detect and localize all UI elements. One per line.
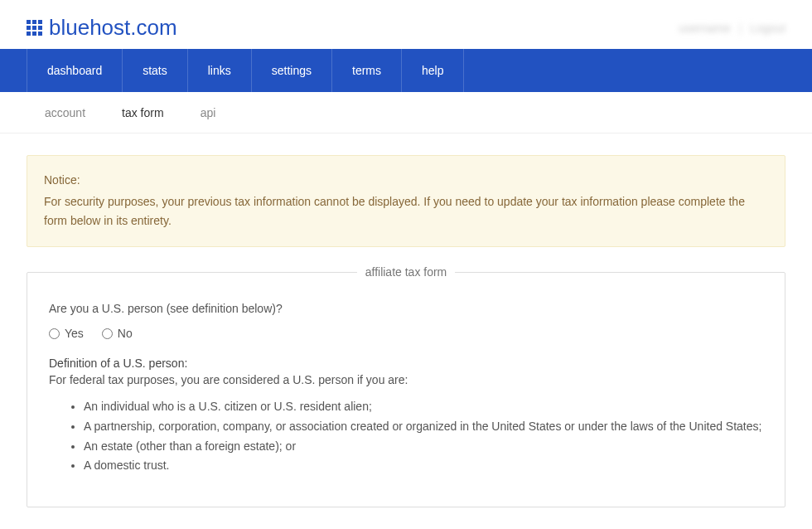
sub-nav: account tax form api bbox=[0, 92, 812, 133]
list-item: A partnership, corporation, company, or … bbox=[84, 418, 763, 436]
definition-list: An individual who is a U.S. citizen or U… bbox=[49, 398, 763, 475]
divider: | bbox=[739, 22, 742, 35]
logo[interactable]: bluehost.com bbox=[27, 15, 177, 41]
definition-title: Definition of a U.S. person: bbox=[49, 357, 763, 370]
logo-icon bbox=[27, 20, 42, 36]
notice-title: Notice: bbox=[44, 171, 768, 189]
radio-no[interactable] bbox=[102, 328, 113, 339]
header: bluehost.com username | Logout bbox=[0, 0, 812, 49]
nav-stats[interactable]: stats bbox=[123, 49, 188, 92]
header-username[interactable]: username bbox=[679, 22, 730, 35]
list-item: An estate (other than a foreign estate);… bbox=[84, 438, 763, 456]
list-item: A domestic trust. bbox=[84, 457, 763, 475]
radio-yes-group[interactable]: Yes bbox=[49, 327, 84, 340]
nav-terms[interactable]: terms bbox=[332, 49, 402, 92]
radio-no-group[interactable]: No bbox=[102, 327, 133, 340]
radio-yes-label: Yes bbox=[65, 327, 84, 340]
tax-form-fieldset: affiliate tax form Are you a U.S. person… bbox=[27, 265, 785, 507]
nav-settings[interactable]: settings bbox=[252, 49, 332, 92]
definition-intro: For federal tax purposes, you are consid… bbox=[49, 373, 763, 386]
content: Notice: For security purposes, your prev… bbox=[0, 133, 812, 529]
logo-text: bluehost.com bbox=[49, 15, 177, 41]
nav-links[interactable]: links bbox=[188, 49, 252, 92]
form-legend: affiliate tax form bbox=[357, 265, 456, 279]
notice-body: For security purposes, your previous tax… bbox=[44, 192, 768, 230]
nav-dashboard[interactable]: dashboard bbox=[27, 49, 123, 92]
primary-nav: dashboard stats links settings terms hel… bbox=[0, 49, 812, 92]
us-person-radios: Yes No bbox=[49, 327, 763, 340]
radio-no-label: No bbox=[118, 327, 133, 340]
list-item: An individual who is a U.S. citizen or U… bbox=[84, 398, 763, 416]
us-person-question: Are you a U.S. person (see definition be… bbox=[49, 302, 763, 315]
nav-help[interactable]: help bbox=[402, 49, 464, 92]
notice-box: Notice: For security purposes, your prev… bbox=[27, 155, 785, 247]
logout-link[interactable]: Logout bbox=[750, 22, 785, 35]
tab-api[interactable]: api bbox=[182, 106, 234, 119]
radio-yes[interactable] bbox=[49, 328, 60, 339]
tab-account[interactable]: account bbox=[27, 106, 104, 119]
tab-tax-form[interactable]: tax form bbox=[104, 106, 182, 119]
header-right: username | Logout bbox=[679, 22, 785, 35]
